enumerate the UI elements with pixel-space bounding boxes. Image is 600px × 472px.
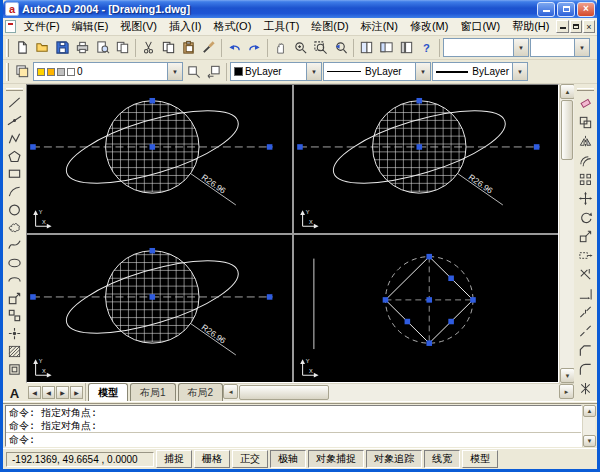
status-toggle-7[interactable]: 模型 bbox=[462, 450, 498, 468]
mdi-close-button[interactable]: × bbox=[583, 20, 595, 33]
fillet-icon[interactable] bbox=[576, 360, 595, 379]
layer-previous-icon[interactable] bbox=[204, 62, 223, 81]
circle-icon[interactable] bbox=[5, 201, 24, 219]
status-toggle-0[interactable]: 捕捉 bbox=[156, 450, 192, 468]
scroll-right-icon[interactable]: ► bbox=[559, 384, 574, 399]
make-block-icon[interactable] bbox=[5, 307, 24, 325]
multiline-text-icon[interactable]: A bbox=[5, 383, 24, 401]
mdi-minimize-button[interactable] bbox=[556, 20, 568, 33]
pan-realtime-icon[interactable] bbox=[271, 38, 290, 57]
linetype-control-combo[interactable]: ByLayer ▼ bbox=[323, 62, 431, 81]
tool-palettes-icon[interactable] bbox=[397, 38, 416, 57]
style-combo-2[interactable]: ▼ bbox=[530, 38, 590, 57]
tab-layout2[interactable]: 布局2 bbox=[178, 383, 224, 401]
publish-icon[interactable] bbox=[113, 38, 132, 57]
copy-object-icon[interactable] bbox=[576, 113, 595, 132]
move-icon[interactable] bbox=[576, 189, 595, 208]
paste-icon[interactable] bbox=[179, 38, 198, 57]
vertical-scroll-thumb[interactable] bbox=[561, 100, 573, 160]
break-at-point-icon[interactable] bbox=[576, 303, 595, 322]
scroll-up-icon[interactable]: ▲ bbox=[583, 405, 596, 417]
viewport-bottom-right[interactable] bbox=[294, 235, 559, 383]
menu-insert[interactable]: 插入(I) bbox=[163, 18, 207, 35]
toolbar-grip[interactable] bbox=[6, 88, 23, 91]
restore-button[interactable] bbox=[557, 2, 575, 17]
horizontal-scrollbar[interactable]: ◄ ► bbox=[223, 383, 574, 401]
minimize-button[interactable] bbox=[537, 2, 555, 17]
region-icon[interactable] bbox=[5, 360, 24, 378]
status-toggle-6[interactable]: 线宽 bbox=[424, 450, 460, 468]
offset-icon[interactable] bbox=[576, 151, 595, 170]
polyline-icon[interactable] bbox=[5, 129, 24, 147]
tab-nav-next-button[interactable]: ▶ bbox=[56, 386, 69, 399]
help-icon[interactable]: ? bbox=[417, 38, 436, 57]
scroll-left-icon[interactable]: ◄ bbox=[223, 384, 238, 399]
viewport-top-left[interactable] bbox=[27, 85, 292, 233]
close-button[interactable]: × bbox=[577, 2, 595, 17]
zoom-window-icon[interactable] bbox=[311, 38, 330, 57]
scroll-down-icon[interactable]: ▼ bbox=[560, 368, 575, 383]
erase-icon[interactable] bbox=[576, 94, 595, 113]
open-file-icon[interactable] bbox=[33, 38, 52, 57]
status-toggle-4[interactable]: 对象捕捉 bbox=[308, 450, 364, 468]
layer-combo-dropdown-icon[interactable]: ▼ bbox=[167, 63, 182, 80]
save-icon[interactable] bbox=[53, 38, 72, 57]
viewport-top-right[interactable] bbox=[294, 85, 559, 233]
title-bar[interactable]: a AutoCAD 2004 - [Drawing1.dwg] × bbox=[3, 0, 597, 18]
break-icon[interactable] bbox=[576, 322, 595, 341]
copy-icon[interactable] bbox=[159, 38, 178, 57]
revision-cloud-icon[interactable] bbox=[5, 218, 24, 236]
toolbar-grip[interactable] bbox=[577, 88, 594, 91]
linetype-combo-dropdown-icon[interactable]: ▼ bbox=[415, 63, 430, 80]
status-toggle-2[interactable]: 正交 bbox=[232, 450, 268, 468]
style-combo-1-dropdown-icon[interactable]: ▼ bbox=[513, 39, 528, 56]
scroll-up-icon[interactable]: ▲ bbox=[560, 84, 575, 99]
coordinates-display[interactable]: -192.1369, 49.6654 , 0.0000 bbox=[6, 452, 154, 467]
toolbar-grip[interactable] bbox=[6, 39, 9, 57]
menu-draw[interactable]: 绘图(D) bbox=[305, 18, 354, 35]
redo-icon[interactable] bbox=[245, 38, 264, 57]
status-toggle-3[interactable]: 极轴 bbox=[270, 450, 306, 468]
layer-select-combo[interactable]: 0 ▼ bbox=[33, 62, 183, 81]
horizontal-scroll-thumb[interactable] bbox=[239, 385, 329, 400]
stretch-icon[interactable] bbox=[576, 246, 595, 265]
extend-icon[interactable] bbox=[576, 284, 595, 303]
lineweight-control-combo[interactable]: ByLayer ▼ bbox=[432, 62, 528, 81]
insert-block-icon[interactable] bbox=[5, 289, 24, 307]
arc-icon[interactable] bbox=[5, 183, 24, 201]
plot-preview-icon[interactable] bbox=[93, 38, 112, 57]
rectangle-icon[interactable] bbox=[5, 165, 24, 183]
construction-line-icon[interactable] bbox=[5, 112, 24, 130]
designcenter-icon[interactable] bbox=[377, 38, 396, 57]
menu-modify[interactable]: 修改(M) bbox=[404, 18, 455, 35]
tab-nav-last-button[interactable]: ▶ bbox=[70, 386, 83, 399]
status-toggle-5[interactable]: 对象追踪 bbox=[366, 450, 422, 468]
color-combo-dropdown-icon[interactable]: ▼ bbox=[306, 63, 321, 80]
command-scrollbar[interactable]: ▲ ▼ bbox=[582, 405, 595, 447]
polygon-icon[interactable] bbox=[5, 147, 24, 165]
plot-icon[interactable] bbox=[73, 38, 92, 57]
make-object-layer-current-icon[interactable] bbox=[184, 62, 203, 81]
mirror-icon[interactable] bbox=[576, 132, 595, 151]
scroll-down-icon[interactable]: ▼ bbox=[583, 435, 596, 447]
properties-icon[interactable] bbox=[357, 38, 376, 57]
command-history[interactable]: 命令: 指定对角点: 命令: 指定对角点: 命令: bbox=[5, 405, 582, 447]
ellipse-icon[interactable] bbox=[5, 254, 24, 272]
document-icon[interactable] bbox=[5, 20, 16, 33]
match-properties-icon[interactable] bbox=[199, 38, 218, 57]
line-icon[interactable] bbox=[5, 94, 24, 112]
array-icon[interactable] bbox=[576, 170, 595, 189]
scale-icon[interactable] bbox=[576, 227, 595, 246]
mdi-restore-button[interactable] bbox=[570, 20, 582, 33]
zoom-previous-icon[interactable] bbox=[331, 38, 350, 57]
menu-format[interactable]: 格式(O) bbox=[207, 18, 257, 35]
menu-dimension[interactable]: 标注(N) bbox=[355, 18, 404, 35]
status-toggle-1[interactable]: 栅格 bbox=[194, 450, 230, 468]
layer-properties-manager-icon[interactable] bbox=[13, 62, 32, 81]
ellipse-arc-icon[interactable] bbox=[5, 272, 24, 290]
tab-layout1[interactable]: 布局1 bbox=[130, 383, 176, 401]
color-control-combo[interactable]: ByLayer ▼ bbox=[230, 62, 322, 81]
chamfer-icon[interactable] bbox=[576, 341, 595, 360]
trim-icon[interactable] bbox=[576, 265, 595, 284]
spline-icon[interactable] bbox=[5, 236, 24, 254]
